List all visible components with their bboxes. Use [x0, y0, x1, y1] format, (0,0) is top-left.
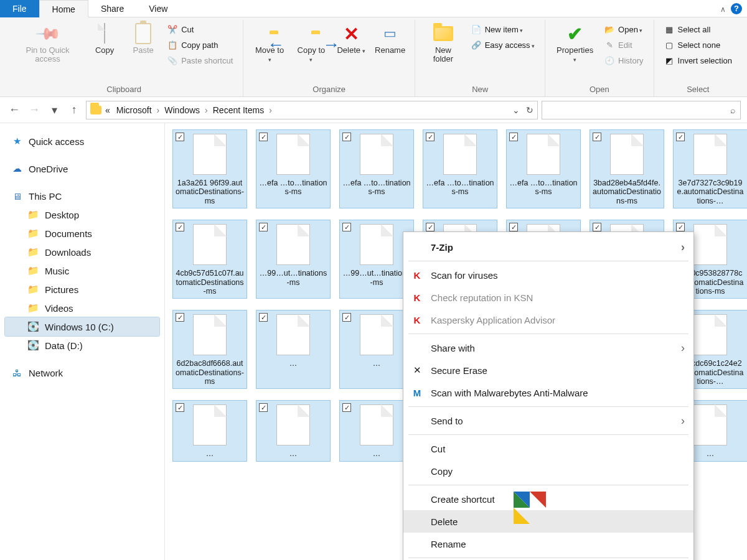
open-button[interactable]: 📂Open [601, 22, 647, 36]
ctx-kaspersky-advisor[interactable]: KKaspersky Application Advisor [403, 309, 693, 331]
tab-view[interactable]: View [136, 0, 180, 17]
checkbox-icon[interactable]: ✓ [176, 133, 184, 141]
file-tile[interactable]: ✓…efa …to…tinations-ms [506, 129, 581, 208]
checkbox-icon[interactable]: ✓ [509, 133, 518, 141]
checkbox-icon[interactable]: ✓ [593, 223, 601, 231]
invert-selection-button[interactable]: ◩Invert selection [660, 54, 736, 67]
file-tile[interactable]: ✓…efa …to…tinations-ms [256, 129, 331, 208]
search-input[interactable]: ⌕ [542, 101, 741, 119]
nav-downloads[interactable]: 📁Downloads [5, 243, 159, 261]
ctx-share-with[interactable]: Share with› [403, 337, 693, 359]
file-tile[interactable]: ✓…99…ut…tinations-ms [256, 220, 331, 299]
checkbox-icon[interactable]: ✓ [342, 133, 351, 141]
nav-music[interactable]: 📁Music [5, 261, 159, 280]
checkbox-icon[interactable]: ✓ [426, 223, 435, 231]
new-folder-button[interactable]: New folder [421, 20, 464, 83]
pin-to-quick-access-button[interactable]: 📌 Pin to Quick access [11, 20, 84, 83]
checkbox-icon[interactable]: ✓ [259, 403, 268, 412]
tab-file[interactable]: File [0, 0, 39, 17]
nav-pictures[interactable]: 📁Pictures [5, 280, 159, 299]
refresh-icon[interactable]: ↻ [526, 105, 533, 115]
file-tile[interactable]: ✓4cb9c57d51c07f.automaticDestinations-ms [172, 220, 247, 299]
checkbox-icon[interactable]: ✓ [176, 403, 184, 412]
move-to-button[interactable]: ← Move to [250, 20, 289, 83]
recent-locations-button[interactable]: ▾ [46, 102, 62, 118]
help-icon[interactable]: ? [731, 3, 742, 14]
file-grid[interactable]: ✓1a3a261 96f39.automaticDestinations-ms✓… [165, 123, 747, 560]
nav-onedrive[interactable]: ☁OneDrive [5, 159, 159, 178]
file-tile[interactable]: ✓… [256, 310, 331, 389]
edit-button[interactable]: ✎Edit [601, 38, 647, 52]
copy-path-button[interactable]: 📋Copy path [164, 38, 237, 52]
ctx-rename[interactable]: Rename [403, 533, 693, 555]
file-tile[interactable]: ✓3bad28eb4a5fd4fe.automaticDestinations-… [590, 129, 664, 208]
forward-button[interactable]: → [26, 102, 42, 118]
file-tile[interactable]: ✓… [172, 400, 247, 461]
checkbox-icon[interactable]: ✓ [426, 133, 435, 141]
copy-to-button[interactable]: → Copy to [292, 20, 331, 83]
ctx-send-to[interactable]: Send to› [403, 409, 693, 432]
chevron-right-icon: › [681, 342, 685, 355]
new-item-button[interactable]: 📄New item [467, 22, 539, 36]
paste-shortcut-button[interactable]: 📎Paste shortcut [164, 54, 237, 67]
ctx-7zip[interactable]: 7-Zip› [403, 236, 693, 258]
ctx-delete[interactable]: Delete [403, 510, 693, 533]
checkbox-icon[interactable]: ✓ [509, 223, 518, 231]
minimize-ribbon-icon[interactable] [720, 4, 726, 14]
file-tile[interactable]: ✓3e7d7327c3c9b19e.automaticDestinations-… [673, 129, 747, 208]
ctx-cut[interactable]: Cut [403, 437, 693, 460]
rename-button[interactable]: ▭ Rename [372, 20, 408, 83]
ctx-copy[interactable]: Copy [403, 460, 693, 482]
ctx-secure-erase[interactable]: ✕Secure Erase [403, 359, 693, 381]
file-tile[interactable]: ✓6d2bac8df6668.automaticDestinations-ms [172, 310, 247, 389]
nav-quick-access[interactable]: ★Quick access [5, 132, 159, 151]
checkbox-icon[interactable]: ✓ [259, 133, 268, 141]
file-tile[interactable]: ✓1a3a261 96f39.automaticDestinations-ms [172, 129, 247, 208]
breadcrumb-recent-items[interactable]: Recent Items [210, 105, 266, 115]
address-dropdown-icon[interactable]: ⌄ [512, 105, 520, 115]
cut-button[interactable]: ✂️Cut [164, 22, 237, 36]
properties-button[interactable]: ✔ Properties [552, 20, 598, 83]
select-all-button[interactable]: ▦Select all [660, 22, 736, 36]
nav-this-pc[interactable]: 🖥This PC [5, 187, 159, 205]
nav-network[interactable]: 🖧Network [5, 363, 159, 382]
tab-home[interactable]: Home [39, 0, 88, 17]
checkbox-icon[interactable]: ✓ [176, 313, 184, 322]
file-tile[interactable]: ✓…efa …to…tinations-ms [339, 129, 414, 208]
checkbox-icon[interactable]: ✓ [259, 223, 268, 231]
nav-drive-d[interactable]: 💽Data (D:) [5, 336, 159, 355]
nav-documents[interactable]: 📁Documents [5, 224, 159, 243]
checkbox-icon[interactable]: ✓ [259, 313, 268, 322]
file-tile[interactable]: ✓…efa …to…tinations-ms [423, 129, 497, 208]
chevron-right-icon[interactable]: › [268, 105, 273, 115]
breadcrumb-windows[interactable]: Windows [162, 105, 202, 115]
ctx-malwarebytes[interactable]: MScan with Malwarebytes Anti-Malware [403, 381, 693, 404]
nav-videos[interactable]: 📁Videos [5, 299, 159, 317]
address-bar[interactable]: « Microsoft › Windows › Recent Items › ⌄… [86, 101, 538, 119]
select-none-button[interactable]: ▢Select none [660, 38, 736, 52]
paste-button[interactable]: Paste [125, 20, 161, 83]
ctx-check-reputation[interactable]: KCheck reputation in KSN [403, 286, 693, 309]
ctx-scan-viruses[interactable]: KScan for viruses [403, 264, 693, 286]
file-tile[interactable]: ✓… [256, 400, 331, 461]
chevron-right-icon[interactable]: › [204, 105, 209, 115]
nav-drive-c[interactable]: 💽Windows 10 (C:) [5, 317, 159, 336]
ctx-create-shortcut[interactable]: Create shortcut [403, 488, 693, 510]
easy-access-button[interactable]: 🔗Easy access [467, 38, 539, 52]
checkbox-icon[interactable]: ✓ [342, 313, 351, 322]
tab-share[interactable]: Share [88, 0, 136, 17]
back-button[interactable]: ← [6, 102, 22, 118]
checkbox-icon[interactable]: ✓ [176, 223, 184, 231]
checkbox-icon[interactable]: ✓ [342, 403, 351, 412]
checkbox-icon[interactable]: ✓ [676, 223, 685, 231]
checkbox-icon[interactable]: ✓ [593, 133, 601, 141]
up-button[interactable]: ↑ [66, 102, 82, 118]
history-button[interactable]: 🕘History [601, 54, 647, 67]
chevron-right-icon[interactable]: › [156, 105, 161, 115]
clipboard-group-label: Clipboard [11, 83, 237, 96]
nav-desktop[interactable]: 📁Desktop [5, 205, 159, 224]
checkbox-icon[interactable]: ✓ [676, 133, 685, 141]
checkbox-icon[interactable]: ✓ [342, 223, 351, 231]
copy-button[interactable]: Copy [87, 20, 123, 83]
breadcrumb-microsoft[interactable]: Microsoft [114, 105, 154, 115]
